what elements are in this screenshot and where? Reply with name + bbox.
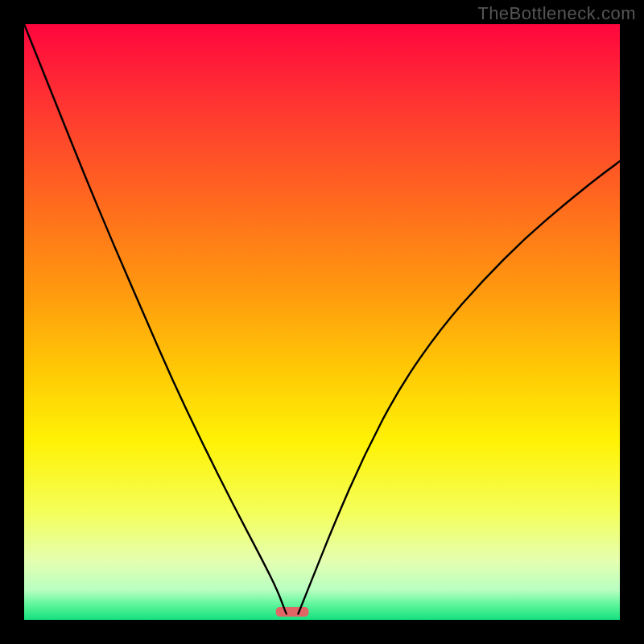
- gradient-background: [24, 24, 620, 620]
- attribution-label: TheBottleneck.com: [477, 3, 636, 24]
- bottleneck-chart: [24, 24, 620, 620]
- baseline-marker: [276, 607, 309, 617]
- chart-frame: TheBottleneck.com: [0, 0, 644, 644]
